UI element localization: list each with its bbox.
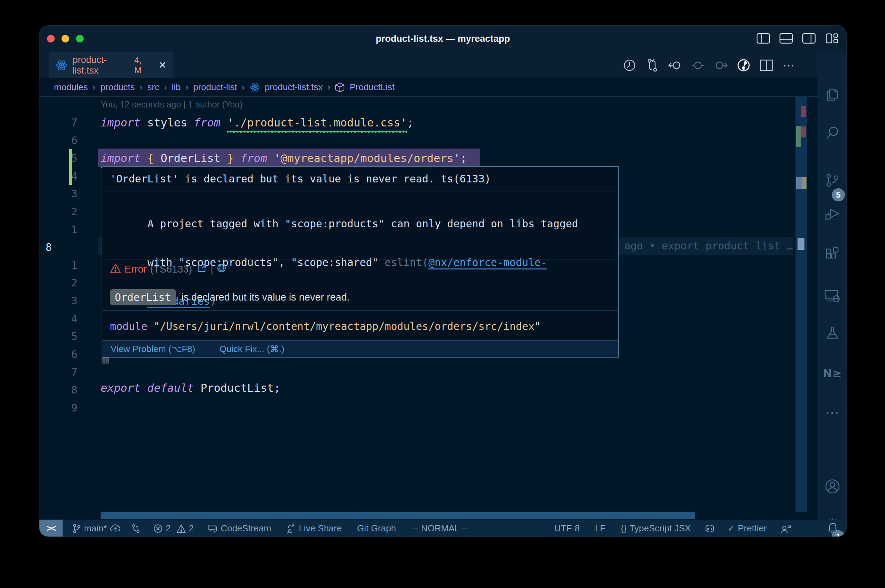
git-graph-status-item[interactable]: Git Graph (357, 523, 396, 534)
breadcrumb-item[interactable]: modules (54, 82, 88, 93)
search-icon[interactable] (825, 125, 840, 141)
breadcrumb-item[interactable]: products (100, 82, 135, 93)
gutter: 76543218123456789 (53, 114, 77, 417)
toggle-secondary-sidebar-icon[interactable] (802, 33, 816, 44)
editor-actions: ⋯ (622, 52, 797, 78)
line-number: 4 (53, 310, 77, 328)
inline-git-blame: ago • export product list … (624, 237, 793, 255)
feedback-person-icon (781, 524, 791, 533)
account-icon[interactable] (824, 478, 841, 495)
branch-status-item[interactable]: main* (72, 523, 121, 534)
current-change-icon[interactable] (690, 58, 706, 73)
eol-status-item[interactable]: LF (595, 523, 606, 534)
copilot-icon (705, 524, 715, 533)
braces-icon: {} (621, 523, 627, 534)
chevron-right-icon: › (242, 82, 245, 92)
open-external-icon[interactable] (197, 263, 207, 275)
overview-ruler[interactable] (795, 97, 807, 512)
check-icon: ✓ (727, 523, 735, 534)
line-number: 3 (53, 292, 77, 310)
more-actions-icon[interactable]: ⋯ (781, 58, 797, 73)
view-problem-button[interactable]: View Problem (⌥F8) (111, 344, 195, 354)
feedback-status-item[interactable] (781, 524, 791, 533)
breadcrumb-item[interactable]: lib (172, 82, 181, 93)
horizontal-scrollbar[interactable] (101, 512, 695, 519)
status-bar: >< main* 2 2 (39, 520, 846, 537)
breadcrumb: modules › products › src › lib › product… (39, 78, 817, 97)
symbol-badge: OrderList (110, 289, 176, 305)
hover-resize-handle[interactable] (102, 358, 109, 363)
problems-status-item[interactable]: 2 2 (153, 523, 194, 534)
tab-bar: product-list.tsx 4, M ✕ (39, 52, 817, 78)
vim-mode-indicator: -- NORMAL -- (412, 523, 467, 534)
test-beaker-icon[interactable] (825, 325, 840, 341)
tab-label: product-list.tsx (73, 55, 130, 76)
quick-fix-button[interactable]: Quick Fix... (⌘.) (219, 344, 284, 354)
tab-product-list[interactable]: product-list.tsx 4, M ✕ (49, 52, 173, 78)
code-line-import-styles: import styles from './product-list.modul… (101, 114, 413, 132)
live-share-status-item[interactable]: Live Share (286, 523, 341, 534)
vscode-window: product-list.tsx — myreactapp prod (39, 25, 847, 537)
extensions-icon[interactable] (825, 246, 840, 262)
diagnostics-hover-popup: 'OrderList' is declared but its value is… (102, 166, 619, 358)
line-number: 1 (53, 256, 77, 274)
scrollbar-thumb-small[interactable] (798, 238, 804, 250)
compare-changes-icon[interactable] (645, 58, 660, 73)
line-number: 9 (53, 399, 77, 417)
breadcrumb-item[interactable]: product-list.tsx (265, 82, 323, 93)
hover-error-header: Error(TS6133) | (102, 260, 618, 279)
title-bar: product-list.tsx — myreactapp (39, 26, 846, 52)
breadcrumb-item[interactable]: ProductList (350, 82, 394, 93)
codestream-icon (207, 524, 218, 533)
language-status-item[interactable]: {} TypeScript JSX (621, 523, 691, 534)
line-number: 4 (53, 167, 77, 185)
hover-module-path: module "/Users/juri/nrwl/content/myreact… (102, 310, 618, 342)
line-number: 1 (53, 221, 77, 239)
line-number: 2 (53, 274, 77, 292)
prettier-status-item[interactable]: ✓ Prettier (727, 523, 767, 534)
hover-error-detail: OrderList is declared but its value is n… (102, 286, 618, 308)
nx-console-icon[interactable]: N≥ (823, 367, 842, 380)
timeline-history-icon[interactable] (622, 58, 637, 73)
next-change-icon[interactable] (713, 58, 729, 73)
copilot-status-item[interactable] (705, 524, 715, 533)
previous-change-icon[interactable] (667, 58, 683, 73)
line-number: 8 (53, 381, 77, 399)
scrollbar-thumb[interactable] (796, 177, 802, 189)
source-control-icon[interactable] (825, 173, 840, 189)
chevron-right-icon: › (186, 82, 188, 92)
encoding-status-item[interactable]: UTF-8 (554, 523, 580, 534)
line-number: 5 (53, 149, 77, 167)
line-number: 6 (53, 132, 77, 150)
line-number: 8 (46, 238, 70, 256)
line-number: 3 (53, 185, 77, 203)
explorer-icon[interactable] (825, 86, 840, 102)
split-editor-icon[interactable] (759, 58, 774, 73)
line-number: 6 (53, 345, 77, 363)
tab-close-icon[interactable]: ✕ (159, 59, 167, 71)
compare-status-item[interactable] (131, 524, 141, 534)
run-debug-icon[interactable] (824, 206, 841, 222)
toggle-primary-sidebar-icon[interactable] (756, 33, 770, 44)
customize-layout-icon[interactable] (825, 33, 839, 44)
symbol-cube-icon (335, 82, 345, 93)
chevron-right-icon: › (164, 82, 167, 92)
remote-explorer-icon[interactable] (824, 288, 841, 304)
codestream-status-item[interactable]: CodeStream (207, 523, 271, 534)
git-compare-icon (131, 524, 141, 534)
line-number: 2 (53, 203, 77, 221)
remote-indicator[interactable]: >< (39, 520, 63, 537)
additional-views-icon[interactable]: ⋯ (825, 405, 840, 420)
line-number: 7 (53, 114, 77, 132)
react-file-icon (55, 59, 68, 72)
codelens-blame[interactable]: You, 12 seconds ago | 1 author (You) (101, 99, 243, 110)
error-mark (801, 106, 806, 117)
warning-triangle-icon (176, 524, 186, 533)
chevron-right-icon: › (140, 82, 143, 92)
globe-icon[interactable] (217, 263, 227, 275)
breadcrumb-item[interactable]: product-list (193, 82, 237, 93)
open-changes-icon[interactable] (736, 58, 751, 73)
live-share-icon (286, 524, 296, 534)
toggle-panel-icon[interactable] (779, 33, 793, 44)
breadcrumb-item[interactable]: src (147, 82, 159, 93)
